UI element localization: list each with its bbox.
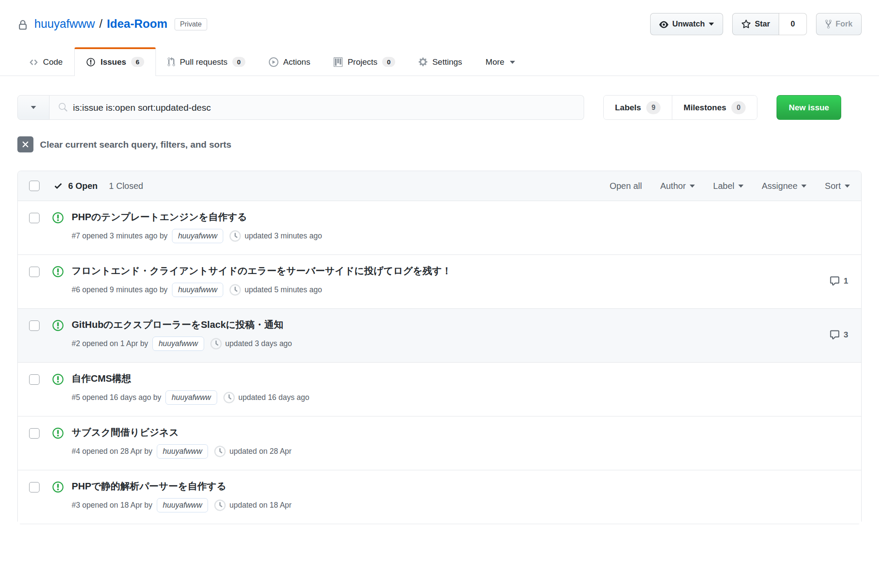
play-icon	[269, 57, 278, 67]
repo-owner-link[interactable]: huuyafwww	[34, 17, 95, 31]
issue-author-chip[interactable]: huuyafwww	[152, 337, 204, 351]
comment-icon	[829, 276, 840, 286]
github-issues-page: huuyafwww / Idea-Room Private Unwatch	[0, 0, 879, 524]
issue-checkbox[interactable]	[29, 213, 40, 223]
clock-icon	[210, 338, 222, 350]
gear-icon	[419, 57, 427, 67]
issue-checkbox[interactable]	[29, 267, 40, 277]
clock-icon	[229, 284, 241, 296]
repo-actions: Unwatch Star 0 Fork	[650, 13, 862, 35]
close-icon	[17, 136, 33, 152]
issue-checkbox[interactable]	[29, 482, 40, 492]
labels-button[interactable]: Labels 9	[604, 96, 672, 119]
filter-label[interactable]: Label	[713, 181, 744, 191]
tab-more[interactable]: More	[474, 48, 527, 76]
clock-icon	[229, 230, 241, 242]
filter-open-all[interactable]: Open all	[610, 181, 642, 191]
issue-title-link[interactable]: PHPのテンプレートエンジンを自作する	[72, 211, 247, 224]
visibility-badge: Private	[175, 18, 208, 30]
caret-down-icon	[690, 185, 695, 188]
select-all-checkbox[interactable]	[29, 181, 40, 191]
filter-sort[interactable]: Sort	[825, 181, 850, 191]
issue-author-chip[interactable]: huuyafwww	[157, 444, 208, 459]
tab-pull-requests[interactable]: Pull requests 0	[156, 47, 257, 76]
issue-checkbox[interactable]	[29, 428, 40, 439]
issue-title-link[interactable]: フロントエンド・クライアントサイドのエラーをサーバーサイドに投げてログを残す！	[72, 264, 452, 277]
tab-actions[interactable]: Actions	[257, 48, 322, 76]
repo-name-link[interactable]: Idea-Room	[107, 17, 168, 31]
eye-icon	[659, 20, 668, 29]
milestones-label: Milestones	[684, 103, 726, 112]
issue-author-chip[interactable]: huuyafwww	[172, 283, 223, 297]
labels-label: Labels	[615, 103, 641, 112]
comment-icon	[829, 330, 840, 340]
tab-code[interactable]: Code	[17, 48, 74, 76]
issue-meta: #3 opened on 18 Apr by huuyafwww updated…	[72, 498, 850, 512]
caret-down-icon	[738, 185, 744, 188]
clear-search-button[interactable]: Clear current search query, filters, and…	[17, 136, 862, 152]
labels-milestones-group: Labels 9 Milestones 0	[603, 95, 757, 120]
issue-meta: #2 opened on 1 Apr by huuyafwww updated …	[72, 337, 829, 351]
issue-author-chip[interactable]: huuyafwww	[165, 390, 217, 405]
issue-opened-icon	[52, 265, 64, 278]
project-icon	[334, 57, 343, 67]
unwatch-button[interactable]: Unwatch	[650, 13, 723, 35]
search-input[interactable]: is:issue is:open sort:updated-desc	[50, 95, 584, 120]
filter-assignee[interactable]: Assignee	[762, 181, 806, 191]
tab-projects[interactable]: Projects 0	[322, 47, 407, 76]
search-query: is:issue is:open sort:updated-desc	[73, 102, 211, 113]
open-issues-link[interactable]: 6 Open	[68, 181, 98, 191]
issue-row: GitHubのエクスプローラーをSlackに投稿・通知 #2 opened on…	[18, 308, 861, 362]
clock-icon	[223, 392, 235, 403]
issue-title-link[interactable]: PHPで静的解析パーサーを自作する	[72, 480, 226, 493]
issue-comments-count[interactable]: 1	[829, 276, 850, 286]
search-bar: is:issue is:open sort:updated-desc	[17, 95, 584, 120]
clock-icon	[214, 499, 226, 511]
search-filters-dropdown[interactable]	[17, 95, 50, 120]
clear-search-label: Clear current search query, filters, and…	[40, 139, 231, 150]
lock-icon	[17, 19, 28, 31]
issue-row: PHPのテンプレートエンジンを自作する #7 opened 3 minutes …	[18, 201, 861, 254]
star-button[interactable]: Star	[732, 13, 779, 35]
unwatch-label: Unwatch	[672, 20, 705, 29]
issue-comments-count[interactable]: 3	[829, 330, 850, 340]
milestones-count: 0	[731, 101, 746, 114]
code-icon	[29, 58, 38, 67]
issue-opened-icon	[52, 319, 64, 332]
pull-request-icon	[168, 57, 175, 67]
issue-row: フロントエンド・クライアントサイドのエラーをサーバーサイドに投げてログを残す！ …	[18, 254, 861, 308]
issue-meta: #5 opened 16 days ago by huuyafwww updat…	[72, 390, 850, 405]
issues-list-header: 6 Open 1 Closed Open all Author Label As…	[18, 171, 861, 201]
issues-filters: Open all Author Label Assignee Sort	[610, 181, 850, 191]
closed-issues-link[interactable]: 1 Closed	[109, 181, 143, 191]
issue-author-chip[interactable]: huuyafwww	[157, 498, 208, 512]
filter-author[interactable]: Author	[660, 181, 695, 191]
issue-title-link[interactable]: サブスク間借りビジネス	[72, 426, 179, 439]
fork-label: Fork	[836, 20, 853, 29]
issues-list: PHPのテンプレートエンジンを自作する #7 opened 3 minutes …	[18, 201, 861, 524]
star-icon	[741, 20, 751, 29]
milestones-button[interactable]: Milestones 0	[672, 96, 757, 119]
fork-button[interactable]: Fork	[816, 13, 862, 35]
issue-row: サブスク間借りビジネス #4 opened on 28 Apr by huuya…	[18, 416, 861, 470]
issues-toolbar: is:issue is:open sort:updated-desc Label…	[17, 95, 862, 120]
search-icon	[58, 103, 67, 112]
caret-down-icon	[510, 61, 515, 64]
tab-issues[interactable]: Issues 6	[74, 47, 156, 76]
clock-icon	[214, 446, 226, 457]
new-issue-button[interactable]: New issue	[777, 95, 841, 120]
issue-opened-icon	[52, 211, 64, 224]
issue-opened-icon	[86, 57, 96, 67]
tab-settings[interactable]: Settings	[407, 47, 474, 76]
issue-author-chip[interactable]: huuyafwww	[172, 229, 223, 243]
issue-opened-icon	[52, 481, 64, 493]
issue-checkbox[interactable]	[29, 374, 40, 385]
issue-checkbox[interactable]	[29, 320, 40, 331]
issue-title-link[interactable]: GitHubのエクスプローラーをSlackに投稿・通知	[72, 318, 283, 331]
issue-row: 自作CMS構想 #5 opened 16 days ago by huuyafw…	[18, 362, 861, 416]
issue-meta: #4 opened on 28 Apr by huuyafwww updated…	[72, 444, 850, 459]
issue-title-link[interactable]: 自作CMS構想	[72, 372, 131, 385]
issue-meta: #7 opened 3 minutes ago by huuyafwww upd…	[72, 229, 850, 243]
issue-opened-icon	[52, 373, 64, 386]
star-count[interactable]: 0	[779, 13, 807, 35]
